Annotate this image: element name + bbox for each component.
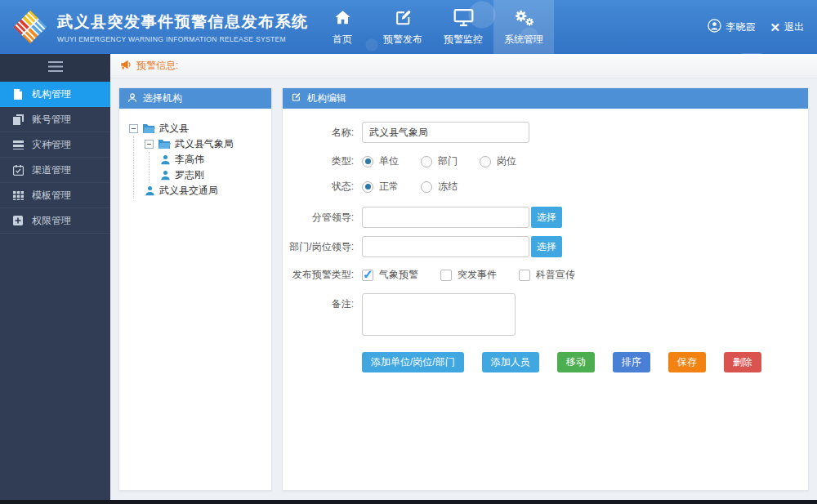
leader-label: 分管领导: bbox=[283, 211, 362, 225]
option-label: 气象预警 bbox=[379, 268, 418, 282]
main-content: 预警信息: 选择机构 bbox=[110, 54, 817, 500]
sidebar-item-channel-management[interactable]: 渠道管理 bbox=[0, 158, 110, 183]
option-label: 正常 bbox=[379, 180, 399, 194]
warning-type-science[interactable]: 科普宣传 bbox=[519, 268, 575, 282]
tree-collapse-icon[interactable] bbox=[145, 140, 154, 149]
add-org-button[interactable]: 添加单位/岗位/部门 bbox=[362, 352, 464, 372]
megaphone-icon bbox=[120, 59, 132, 73]
plus-square-icon bbox=[12, 216, 24, 225]
option-label: 突发事件 bbox=[458, 268, 497, 282]
add-person-button[interactable]: 添加人员 bbox=[482, 352, 539, 372]
logout-label: 退出 bbox=[784, 20, 804, 34]
sidebar-item-permission-management[interactable]: 权限管理 bbox=[0, 208, 110, 234]
radio-unit[interactable] bbox=[362, 156, 373, 167]
type-row: 类型: 单位 部门 岗位 bbox=[283, 154, 808, 168]
remark-textarea[interactable] bbox=[362, 293, 516, 336]
tree-node-label: 罗志刚 bbox=[175, 168, 204, 182]
status-row: 状态: 正常 冻结 bbox=[283, 180, 808, 194]
org-select-panel: 选择机构 武义县 bbox=[118, 87, 272, 491]
tree-node-person-1[interactable]: 李高伟 bbox=[160, 152, 266, 167]
edit-icon bbox=[291, 92, 301, 105]
nav-item-home[interactable]: 首页 bbox=[312, 0, 373, 54]
org-tree: 武义县 武义县气象局 bbox=[119, 109, 271, 203]
sidebar-collapse-button[interactable] bbox=[0, 54, 110, 82]
tree-collapse-icon[interactable] bbox=[129, 124, 138, 133]
app-subtitle: WUYI EMERGENCY WARNING INFORMATION RELEA… bbox=[57, 35, 309, 43]
nav-label: 预警发布 bbox=[383, 33, 422, 47]
status-option-frozen[interactable]: 冻结 bbox=[421, 180, 458, 194]
nav-item-warning-publish[interactable]: 预警发布 bbox=[373, 0, 433, 54]
radio-frozen[interactable] bbox=[421, 181, 432, 193]
home-icon bbox=[333, 7, 352, 27]
person-icon bbox=[127, 92, 137, 105]
document-icon bbox=[12, 89, 24, 100]
name-input[interactable] bbox=[362, 122, 529, 143]
org-edit-form: 名称: 类型: 单位 部门 bbox=[283, 109, 808, 372]
name-row: 名称: bbox=[283, 122, 808, 143]
radio-department[interactable] bbox=[421, 156, 432, 167]
radio-normal[interactable] bbox=[362, 181, 373, 193]
sidebar-item-org-management[interactable]: 机构管理 bbox=[0, 82, 110, 107]
status-option-normal[interactable]: 正常 bbox=[362, 180, 399, 194]
type-label: 类型: bbox=[283, 154, 362, 168]
logout-button[interactable]: ✕ 退出 bbox=[770, 20, 804, 34]
checkbox-science-promo[interactable] bbox=[519, 270, 530, 281]
app-logo-icon bbox=[11, 8, 49, 46]
type-option-department[interactable]: 部门 bbox=[421, 154, 458, 168]
option-label: 岗位 bbox=[497, 154, 516, 168]
option-label: 单位 bbox=[379, 154, 399, 168]
dept-leader-select-button[interactable]: 选择 bbox=[531, 236, 562, 257]
sidebar-item-label: 灾种管理 bbox=[32, 138, 71, 152]
user-menu[interactable]: 李晓霞 bbox=[708, 19, 755, 35]
remark-label: 备注: bbox=[283, 293, 362, 311]
move-button[interactable]: 移动 bbox=[557, 352, 595, 372]
warning-type-weather[interactable]: 气象预警 bbox=[362, 268, 418, 282]
sort-button[interactable]: 排序 bbox=[613, 352, 650, 372]
tree-node-weather-bureau[interactable]: 武义县气象局 bbox=[145, 136, 266, 152]
delete-button[interactable]: 删除 bbox=[724, 352, 761, 372]
sidebar-item-template-management[interactable]: 模板管理 bbox=[0, 183, 110, 208]
nav-label: 首页 bbox=[333, 33, 352, 47]
copy-icon bbox=[12, 114, 24, 125]
warning-type-row: 发布预警类型: 气象预警 突发事件 科普宣传 bbox=[283, 268, 808, 282]
person-icon bbox=[145, 185, 155, 196]
user-name: 李晓霞 bbox=[725, 20, 755, 34]
tree-node-person-2[interactable]: 罗志刚 bbox=[160, 167, 266, 183]
leader-select-button[interactable]: 选择 bbox=[531, 207, 562, 228]
save-button[interactable]: 保存 bbox=[668, 352, 706, 372]
radio-post[interactable] bbox=[480, 156, 491, 167]
checkbox-weather-warning[interactable] bbox=[362, 270, 373, 281]
dept-leader-label: 部门/岗位领导: bbox=[283, 240, 362, 254]
person-icon bbox=[160, 170, 171, 181]
nav-item-warning-monitor[interactable]: 预警监控 bbox=[433, 0, 493, 54]
folder-icon bbox=[158, 139, 171, 149]
hamburger-icon bbox=[48, 60, 63, 75]
checkbox-emergency-event[interactable] bbox=[440, 270, 452, 281]
tree-node-label: 李高伟 bbox=[175, 153, 204, 167]
warning-type-label: 发布预警类型: bbox=[283, 268, 362, 282]
tree-node-transport-bureau[interactable]: 武义县交通局 bbox=[145, 183, 266, 198]
leader-input[interactable] bbox=[362, 207, 529, 228]
leader-row: 分管领导: 选择 bbox=[283, 207, 808, 228]
nav-label: 系统管理 bbox=[504, 33, 543, 47]
gears-icon bbox=[513, 7, 534, 27]
content-panels: 选择机构 武义县 bbox=[110, 78, 817, 500]
top-nav: 首页 预警发布 预警监控 bbox=[312, 0, 554, 54]
nav-label: 预警监控 bbox=[444, 33, 483, 47]
sidebar-item-disaster-type-management[interactable]: 灾种管理 bbox=[0, 132, 110, 158]
sidebar-item-label: 权限管理 bbox=[32, 214, 71, 228]
list-icon bbox=[12, 140, 24, 149]
sidebar-item-label: 渠道管理 bbox=[32, 163, 71, 177]
tree-node-county[interactable]: 武义县 bbox=[129, 121, 266, 136]
action-buttons: 添加单位/岗位/部门 添加人员 移动 排序 保存 删除 bbox=[362, 352, 808, 372]
type-option-unit[interactable]: 单位 bbox=[362, 154, 399, 168]
warning-type-emergency[interactable]: 突发事件 bbox=[440, 268, 497, 282]
bottom-strip bbox=[0, 500, 817, 504]
edit-icon bbox=[394, 7, 413, 27]
sidebar-item-account-management[interactable]: 账号管理 bbox=[0, 107, 110, 132]
dept-leader-input[interactable] bbox=[362, 236, 529, 257]
nav-item-system-management[interactable]: 系统管理 bbox=[493, 0, 554, 54]
type-option-post[interactable]: 岗位 bbox=[480, 154, 516, 168]
org-edit-panel: 机构编辑 名称: 类型: 单位 bbox=[282, 87, 809, 491]
name-label: 名称: bbox=[283, 126, 362, 140]
